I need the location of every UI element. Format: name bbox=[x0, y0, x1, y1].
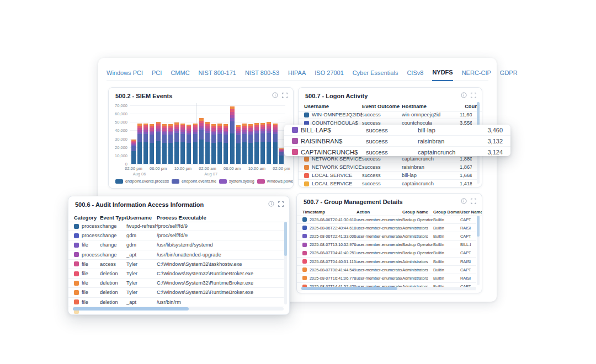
tab-nydfs[interactable]: NYDFS bbox=[432, 69, 453, 81]
stacked-bar[interactable] bbox=[205, 122, 210, 164]
count: 3,132 bbox=[461, 138, 503, 144]
table-row[interactable]: filedeletionTylerC:\Windows\System32\Run… bbox=[68, 279, 284, 288]
legend-item[interactable]: windows.powershell. bbox=[257, 179, 294, 184]
stacked-bar[interactable] bbox=[193, 124, 198, 164]
expand-icon[interactable] bbox=[471, 199, 476, 204]
stacked-bar[interactable] bbox=[187, 125, 191, 164]
tab-cisv8[interactable]: CISv8 bbox=[407, 69, 423, 81]
table-row[interactable]: 2025-08-06T22:40:44.618Zuser-member-enum… bbox=[297, 224, 476, 232]
group-domain: Builtin bbox=[433, 267, 460, 272]
tab-cmmc[interactable]: CMMC bbox=[171, 69, 189, 81]
tab-cyber-essentials[interactable]: Cyber Essentials bbox=[353, 69, 398, 81]
tab-nist-800-171[interactable]: NIST 800-171 bbox=[199, 69, 236, 81]
zoomed-table-row[interactable]: CAPTAINCRUNCH$successcaptaincrunch3,124 bbox=[284, 147, 510, 156]
table-row[interactable]: processchangefwupd-refresh/proc/self/fd/… bbox=[68, 222, 284, 231]
timestamp: 2025-08-07T04:41:40.251Z bbox=[310, 250, 356, 255]
table-row[interactable]: 2025-08-07T04:40:51.115Zuser-member-enum… bbox=[297, 258, 476, 266]
count: 3,460 bbox=[461, 127, 503, 133]
chart-legend: endpoint.events.processendpoint.events.f… bbox=[115, 179, 289, 184]
stacked-bar[interactable] bbox=[156, 122, 161, 164]
stacked-bar[interactable] bbox=[150, 124, 154, 164]
table-row[interactable]: WIN-OMNPEEJQ2ID$successwin-omnpeejq2id11… bbox=[299, 111, 477, 119]
tab-nerc-cip[interactable]: NERC-CIP bbox=[462, 69, 491, 81]
table-row[interactable]: 2025-08-07T08:41:44.549Zuser-member-enum… bbox=[297, 266, 476, 274]
process-executable: /usr/lib/systemd/systemd bbox=[157, 242, 278, 248]
legend-item[interactable]: endpoint.events.process bbox=[115, 179, 169, 184]
tab-hipaa[interactable]: HIPAA bbox=[288, 69, 306, 81]
stacked-bar[interactable] bbox=[168, 124, 173, 164]
expand-icon[interactable] bbox=[471, 93, 476, 98]
table-row[interactable]: filedeletionTylerC:\Windows\System32\Run… bbox=[68, 288, 284, 297]
scrollbar-thumb[interactable] bbox=[301, 287, 397, 290]
stacked-bar[interactable] bbox=[217, 124, 222, 164]
stacked-bar[interactable] bbox=[260, 123, 265, 164]
scrollbar-thumb[interactable] bbox=[284, 222, 287, 256]
stacked-bar[interactable] bbox=[236, 125, 241, 164]
legend-item[interactable]: endpoint.events.file bbox=[172, 179, 216, 184]
table-row[interactable]: 2025-08-07T04:41:40.251Zuser-member-enum… bbox=[297, 249, 476, 258]
table-row[interactable]: NETWORK SERVICEsuccessraisinbran1,867 bbox=[299, 163, 477, 172]
stacked-bar[interactable] bbox=[162, 124, 167, 164]
tab-gdpr[interactable]: GDPR bbox=[500, 69, 518, 81]
scrollbar-thumb[interactable] bbox=[477, 216, 480, 237]
stacked-bar[interactable] bbox=[211, 124, 216, 164]
table-row[interactable]: 2025-08-07T13:10:52.976Zuser-member-enum… bbox=[297, 241, 476, 249]
hostname: raisinbran bbox=[418, 138, 461, 144]
info-icon[interactable] bbox=[461, 92, 467, 98]
stacked-bar[interactable] bbox=[267, 122, 271, 164]
table-row[interactable]: 2025-08-07T16:41:06.778Zuser-member-enum… bbox=[297, 274, 476, 282]
tab-windows-pci[interactable]: Windows PCI bbox=[107, 69, 143, 81]
bar-segment bbox=[205, 142, 210, 164]
bar-segment bbox=[248, 135, 253, 143]
stacked-bar[interactable] bbox=[242, 124, 247, 164]
tab-iso-27001[interactable]: ISO 27001 bbox=[315, 69, 344, 81]
bar-segment bbox=[273, 142, 278, 164]
date-label: Aug 07 bbox=[204, 172, 217, 176]
stacked-bar[interactable] bbox=[223, 124, 228, 164]
scrollbar-thumb[interactable] bbox=[73, 307, 189, 311]
zoomed-table-row[interactable]: RAISINBRAN$successraisinbran3,132 bbox=[284, 136, 510, 147]
legend-item[interactable]: system.syslog bbox=[219, 179, 254, 184]
stacked-bar[interactable] bbox=[199, 118, 204, 164]
table-row[interactable]: processchangegdm/proc/self/fd/9 bbox=[68, 231, 284, 240]
table-row[interactable]: 2025-08-06T20:41:30.610Zuser-member-enum… bbox=[297, 216, 476, 224]
stacked-bar[interactable] bbox=[279, 148, 284, 164]
row-color-icon bbox=[302, 234, 307, 238]
group-name: Backup Operators bbox=[402, 250, 433, 255]
timestamp: 2025-08-06T22:41:33.006Z bbox=[310, 234, 356, 239]
table-row[interactable]: 2025-08-06T22:41:33.006Zuser-member-enum… bbox=[297, 232, 476, 240]
timestamp: 2025-08-07T16:41:06.778Z bbox=[310, 276, 356, 281]
tab-pci[interactable]: PCI bbox=[152, 69, 162, 81]
info-icon[interactable] bbox=[272, 92, 278, 98]
table-row[interactable]: filedeletionTylerC:\Windows\System32\Run… bbox=[68, 269, 284, 279]
stacked-bar[interactable] bbox=[174, 122, 179, 164]
bar-segment bbox=[223, 143, 228, 164]
zoomed-table-row[interactable]: BILL-LAP$successbill-lap3,460 bbox=[284, 125, 510, 136]
expand-icon[interactable] bbox=[282, 93, 288, 98]
stacked-bar[interactable] bbox=[143, 124, 148, 164]
expand-icon[interactable] bbox=[278, 201, 284, 207]
table-row[interactable]: filechangegdm/usr/lib/systemd/systemd bbox=[68, 240, 284, 250]
username: BILL-LAP$ bbox=[301, 127, 331, 133]
stacked-bar[interactable] bbox=[180, 124, 185, 164]
stacked-bar[interactable] bbox=[131, 140, 136, 164]
table-row[interactable]: LOCAL SERVICEsuccesscaptaincrunch1,418 bbox=[299, 180, 477, 188]
table-row[interactable] bbox=[297, 291, 476, 293]
tab-nist-800-53[interactable]: NIST 800-53 bbox=[245, 69, 279, 81]
stacked-bar[interactable] bbox=[137, 124, 142, 164]
stacked-bar[interactable] bbox=[273, 124, 278, 164]
table-row[interactable]: LOCAL SERVICEsuccessbill-lap1,668 bbox=[299, 172, 477, 180]
table-row[interactable]: fileaccessTylerC:\Windows\System32\taskh… bbox=[68, 260, 284, 269]
bar-segment bbox=[143, 142, 148, 164]
info-icon[interactable] bbox=[268, 201, 274, 207]
table-row[interactable]: NETWORK SERVICEsuccesscaptaincrunch1,880 bbox=[299, 155, 477, 163]
event-type: deletion bbox=[100, 271, 126, 276]
table-row[interactable]: filedeletion_apt/usr/bin/rm bbox=[68, 298, 284, 307]
scrollbar-thumb[interactable] bbox=[477, 102, 480, 125]
stacked-bar[interactable] bbox=[248, 124, 253, 164]
stacked-bar[interactable] bbox=[230, 106, 235, 164]
stacked-bar[interactable] bbox=[254, 123, 259, 164]
table-row[interactable]: processchange_apt/usr/bin/unattended-upg… bbox=[68, 250, 284, 260]
username: fwupd-refresh bbox=[126, 223, 157, 229]
info-icon[interactable] bbox=[461, 198, 467, 204]
